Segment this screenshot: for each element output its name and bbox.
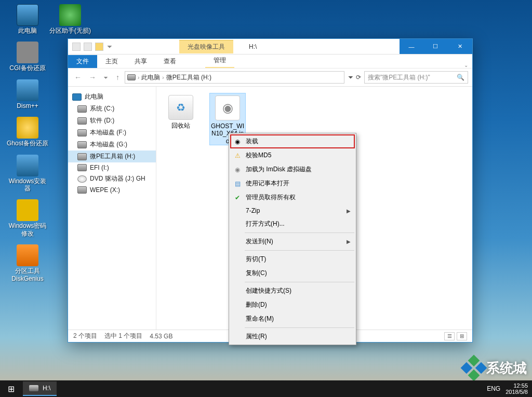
titlebar[interactable]: ⏷ 光盘映像工具 H:\ — ☐ ✕ [68, 39, 472, 54]
drive-icon [77, 153, 87, 160]
forward-button[interactable]: → [87, 73, 98, 81]
start-button[interactable]: ⊞ [0, 380, 22, 397]
menu-sendto[interactable]: 发送到(N)▶ [230, 235, 355, 249]
tree-dvd-j[interactable]: DVD 驱动器 (J:) GH [68, 173, 156, 185]
menu-notepad[interactable]: ▤使用记事本打开 [230, 176, 355, 190]
menu-imdisk[interactable]: ◉加载为 ImDisk 虚拟磁盘 [230, 162, 355, 176]
maximize-button[interactable]: ☐ [423, 39, 447, 54]
monitor-icon [17, 4, 38, 26]
tree-drive-x[interactable]: WEPE (X:) [68, 185, 156, 195]
tab-file[interactable]: 文件 [68, 55, 97, 68]
navigation-pane: 此电脑 系统 (C:) 软件 (D:) 本地磁盘 (F:) 本地磁盘 (G:) … [68, 87, 156, 330]
back-button[interactable]: ← [72, 73, 84, 81]
ghost-icon [17, 117, 38, 139]
minimize-button[interactable]: — [400, 39, 423, 54]
drive-icon [77, 129, 87, 136]
menu-delete[interactable]: 删除(D) [230, 298, 355, 312]
qat-icon-2[interactable] [84, 43, 92, 51]
desktop-icon-diskgenius[interactable]: 分区工具DiskGenius [4, 244, 51, 282]
breadcrumb-sep-icon: › [162, 75, 164, 80]
tree-drive-f[interactable]: 本地磁盘 (F:) [68, 127, 156, 139]
menu-properties[interactable]: 属性(R) [230, 330, 355, 344]
menu-md5[interactable]: ⚠校验MD5 [230, 148, 355, 162]
tree-drive-i[interactable]: EFI (I:) [68, 162, 156, 173]
desktop-icon-ghost-backup[interactable]: Ghost备份还原 [4, 117, 51, 147]
desktop-icons-column-1: 此电脑 CGI备份还原 Dism++ Ghost备份还原 Windows安装器 … [4, 4, 51, 290]
recycle-bin-icon [168, 95, 193, 120]
system-tray: ENG 12:55 2018/5/8 [487, 380, 532, 397]
refresh-button[interactable]: ⟳ [356, 74, 361, 81]
tray-clock[interactable]: 12:55 2018/5/8 [506, 382, 528, 395]
tab-home[interactable]: 主页 [97, 55, 126, 68]
disc-icon: ◉ [233, 166, 242, 174]
disc-icon: ◉ [233, 138, 242, 146]
menu-cut[interactable]: 剪切(T) [230, 252, 355, 266]
menu-rename[interactable]: 重命名(M) [230, 312, 355, 326]
pc-icon [72, 93, 82, 101]
drive-icon [29, 385, 38, 391]
desktop-icon-win-pwd[interactable]: Windows密码修改 [4, 199, 51, 237]
chevron-right-icon: ▶ [347, 239, 351, 244]
menu-copy[interactable]: 复制(C) [230, 266, 355, 280]
address-bar[interactable]: › 此电脑 › 微PE工具箱 (H:) [125, 71, 344, 84]
file-recycle-bin[interactable]: 回收站 [163, 93, 199, 129]
qat-folder-icon[interactable] [95, 43, 103, 51]
menu-admin[interactable]: ✔管理员取得所有权 [230, 190, 355, 204]
desktop-icon-this-pc[interactable]: 此电脑 [4, 4, 51, 34]
status-item-count: 2 个项目 [73, 332, 97, 340]
desktop-icons-column-2: 分区助手(无损) [47, 4, 94, 42]
search-input[interactable]: 搜索"微PE工具箱 (H:)" 🔍 [364, 71, 468, 84]
menu-separator [245, 282, 354, 282]
desktop-icon-dism[interactable]: Dism++ [4, 79, 51, 109]
drive-icon [127, 74, 136, 80]
up-button[interactable]: ↑ [114, 73, 122, 81]
breadcrumb-root[interactable]: 此电脑 [141, 73, 160, 82]
tray-lang[interactable]: ENG [487, 385, 500, 392]
tree-drive-c[interactable]: 系统 (C:) [68, 103, 156, 115]
quick-access-toolbar: ⏷ [68, 43, 117, 51]
watermark-logo-icon [461, 355, 487, 381]
taskbar: ⊞ H:\ ENG 12:55 2018/5/8 [0, 380, 532, 397]
menu-shortcut[interactable]: 创建快捷方式(S) [230, 284, 355, 298]
partition-icon [59, 4, 81, 26]
contextual-tool-tab[interactable]: 光盘映像工具 [179, 40, 233, 53]
menu-openwith[interactable]: 打开方式(H)... [230, 217, 355, 231]
navigation-bar: ← → ⏷ ↑ › 此电脑 › 微PE工具箱 (H:) ⏷ ⟳ 搜索"微PE工具… [68, 68, 472, 87]
hammer-icon [17, 42, 38, 63]
chevron-right-icon: ▶ [347, 208, 351, 214]
desktop-icon-cgi-backup[interactable]: CGI备份还原 [4, 42, 51, 72]
view-details-button[interactable]: ☰ [444, 332, 455, 340]
tree-drive-g[interactable]: 本地磁盘 (G:) [68, 139, 156, 150]
tree-drive-d[interactable]: 软件 (D:) [68, 115, 156, 127]
menu-separator [245, 232, 354, 233]
close-button[interactable]: ✕ [447, 39, 472, 54]
tab-manage[interactable]: 管理 [205, 54, 234, 68]
menu-separator [245, 250, 354, 251]
shield-check-icon: ✔ [233, 194, 242, 202]
taskbar-item-explorer[interactable]: H:\ [23, 381, 57, 396]
desktop-icon-partition-assistant[interactable]: 分区助手(无损) [47, 4, 94, 34]
installer-icon [17, 155, 38, 176]
menu-mount[interactable]: ◉装载 [230, 134, 355, 148]
tree-drive-h[interactable]: 微PE工具箱 (H:) [68, 150, 156, 162]
history-dropdown-icon[interactable]: ⏷ [101, 75, 111, 80]
key-icon [17, 199, 38, 221]
drive-icon [77, 186, 87, 194]
tab-view[interactable]: 查看 [155, 55, 184, 68]
menu-7zip[interactable]: 7-Zip▶ [230, 204, 355, 217]
status-size: 4.53 GB [150, 333, 172, 340]
breadcrumb-folder[interactable]: 微PE工具箱 (H:) [166, 73, 211, 82]
view-icons-button[interactable]: ⊞ [457, 332, 467, 340]
tree-this-pc[interactable]: 此电脑 [68, 91, 156, 103]
drive-icon [77, 141, 87, 148]
status-selected: 选中 1 个项目 [104, 332, 142, 340]
qat-dropdown-icon[interactable]: ⏷ [107, 43, 113, 50]
diskgenius-icon [17, 244, 38, 266]
window-title: H:\ [249, 43, 400, 50]
drive-icon [77, 117, 87, 125]
tab-share[interactable]: 共享 [126, 55, 155, 68]
desktop-icon-win-installer[interactable]: Windows安装器 [4, 155, 51, 193]
ribbon-expand-icon[interactable]: ⌄ [464, 62, 468, 68]
address-dropdown-icon[interactable]: ⏷ [348, 74, 354, 81]
qat-icon-1[interactable] [72, 43, 81, 51]
